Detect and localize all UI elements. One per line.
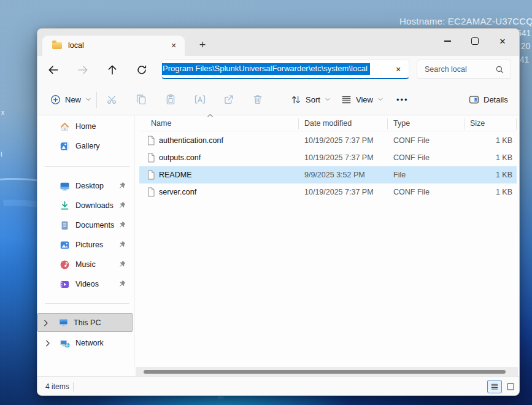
sidebar-item-label: Downloads [75, 201, 114, 210]
file-row[interactable]: authentication.conf 10/19/2025 7:37 PM C… [139, 132, 517, 149]
details-pane-icon [469, 94, 479, 105]
chevron-right-icon[interactable] [44, 320, 48, 326]
new-tab-button[interactable]: + [195, 37, 210, 53]
item-count: 4 items [45, 382, 69, 391]
share-button[interactable] [218, 89, 239, 110]
sidebar-item-videos[interactable]: Videos [40, 276, 132, 293]
status-bar: 4 items [37, 376, 519, 396]
sidebar-item-label: Home [75, 122, 96, 131]
sidebar-item-label: Documents [75, 221, 114, 230]
sidebar-item-music[interactable]: Music [40, 256, 132, 273]
sidebar-item-pictures[interactable]: Pictures [40, 236, 132, 253]
paste-button[interactable] [160, 89, 181, 110]
address-selected-text: Program Files\SplunkUniversalForwarder\e… [161, 63, 370, 75]
share-icon [223, 94, 234, 105]
file-size: 1 KB [422, 136, 512, 145]
column-divider[interactable] [298, 118, 299, 129]
new-button[interactable]: New [45, 89, 97, 110]
horizontal-scrollbar-thumb[interactable] [144, 370, 506, 374]
close-button[interactable]: ✕ [489, 29, 516, 53]
chevron-right-icon[interactable] [45, 340, 50, 347]
file-date: 10/19/2025 7:37 PM [304, 153, 374, 162]
file-row-selected[interactable]: README 9/9/2025 3:52 PM File 1 KB [139, 166, 517, 183]
sidebar-item-label: Desktop [75, 182, 104, 190]
file-name: outputs.conf [159, 153, 201, 162]
desktop-icon [60, 181, 70, 191]
file-size: 1 KB [422, 153, 512, 162]
horizontal-scrollbar-track[interactable] [136, 367, 518, 376]
sidebar-item-documents[interactable]: Documents [40, 217, 132, 234]
chevron-down-icon [85, 96, 91, 102]
view-list-icon [341, 94, 352, 105]
pictures-icon [60, 240, 70, 250]
sidebar-item-network[interactable]: Network [40, 334, 132, 352]
document-icon [147, 136, 155, 145]
refresh-icon [136, 64, 147, 75]
desktop-label-fragment: x [1, 109, 4, 116]
document-icon [147, 170, 155, 180]
file-name: server.conf [159, 188, 196, 196]
document-icon [147, 187, 155, 197]
back-button[interactable] [43, 60, 64, 80]
file-row[interactable]: outputs.conf 10/19/2025 7:37 PM CONF Fil… [139, 149, 517, 166]
cut-button[interactable] [101, 89, 122, 110]
column-header-date-modified[interactable]: Date modified [304, 119, 352, 128]
scissors-icon [106, 94, 117, 105]
sidebar-item-downloads[interactable]: Downloads [40, 197, 132, 214]
file-row[interactable]: server.conf 10/19/2025 7:37 PM CONF File… [139, 183, 517, 201]
forward-button[interactable] [72, 60, 93, 80]
tab-close-button[interactable]: ✕ [168, 40, 179, 51]
refresh-button[interactable] [131, 60, 152, 80]
tab-strip: local ✕ + ✕ [37, 29, 519, 56]
hostname-overlay-text: Hostname: EC2AMAZ-U37CCQ [399, 16, 532, 26]
sort-button[interactable]: Sort [285, 89, 336, 110]
delete-button[interactable] [247, 89, 268, 110]
address-bar[interactable]: Program Files\SplunkUniversalForwarder\e… [161, 60, 409, 79]
column-header-type[interactable]: Type [393, 119, 410, 128]
documents-icon [60, 220, 70, 231]
sidebar-item-home[interactable]: Home [40, 118, 132, 135]
document-icon [147, 153, 155, 163]
up-button[interactable] [102, 60, 123, 80]
column-divider[interactable] [387, 118, 388, 129]
sidebar-separator [45, 303, 129, 304]
tab-title: local [68, 41, 84, 50]
sidebar-item-this-pc[interactable]: This PC [37, 313, 133, 332]
column-header-name[interactable]: Name [151, 119, 171, 128]
copy-button[interactable] [131, 89, 152, 110]
file-date: 9/9/2025 3:52 PM [304, 171, 365, 179]
details-button-label: Details [484, 95, 508, 104]
rename-icon [195, 94, 206, 105]
navigation-bar: Program Files\SplunkUniversalForwarder\e… [37, 56, 519, 84]
rename-button[interactable] [190, 89, 210, 110]
column-divider[interactable] [464, 118, 465, 129]
sidebar-item-gallery[interactable]: Gallery [40, 137, 132, 155]
sidebar-divider [134, 115, 135, 367]
arrow-right-icon [77, 64, 88, 75]
search-placeholder: Search local [425, 65, 467, 74]
column-divider[interactable] [516, 118, 517, 129]
more-options-button[interactable]: ••• [391, 89, 414, 110]
column-header-size[interactable]: Size [470, 119, 485, 128]
file-name: authentication.conf [159, 136, 223, 145]
icons-view-toggle[interactable] [503, 380, 518, 393]
search-input[interactable]: Search local [417, 60, 511, 79]
details-pane-button[interactable]: Details [463, 89, 514, 110]
arrow-left-icon [48, 64, 59, 75]
sidebar-item-label: This PC [74, 318, 101, 327]
maximize-button[interactable] [461, 29, 488, 53]
address-clear-button[interactable]: ✕ [393, 64, 403, 74]
details-view-toggle[interactable] [487, 380, 502, 393]
view-button[interactable]: View [336, 89, 389, 110]
file-date: 10/19/2025 7:37 PM [304, 136, 374, 145]
desktop-label-fragment: t [1, 151, 2, 158]
minimize-button[interactable] [434, 29, 461, 53]
chevron-down-icon [325, 96, 331, 102]
close-icon: ✕ [499, 37, 506, 45]
downloads-icon [60, 201, 70, 211]
sidebar-item-desktop[interactable]: Desktop [40, 177, 132, 195]
chevron-down-icon [377, 96, 384, 102]
videos-icon [60, 279, 70, 290]
tab-local[interactable]: local ✕ [42, 36, 185, 56]
sidebar-item-label: Gallery [75, 142, 100, 150]
